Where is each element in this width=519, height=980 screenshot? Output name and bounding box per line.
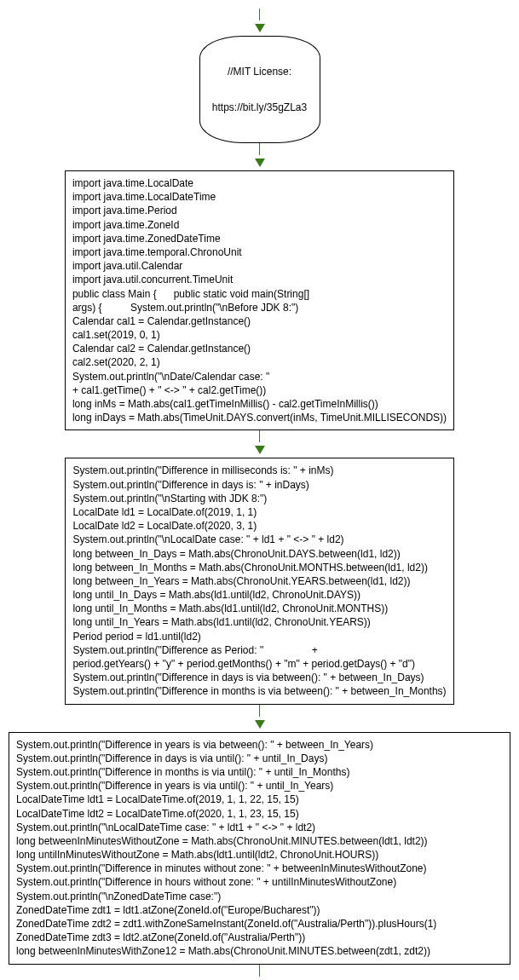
connector-line xyxy=(259,9,260,20)
code-block-1: import java.time.LocalDate import java.t… xyxy=(65,170,454,430)
arrow-down-icon xyxy=(255,446,265,454)
start-node: //MIT License: https://bit.ly/35gZLa3 xyxy=(199,36,320,143)
code-block-2: System.out.println("Difference in millis… xyxy=(65,458,453,704)
code-block-3: System.out.println("Difference in years … xyxy=(9,732,510,965)
start-line-1: //MIT License: xyxy=(209,66,311,78)
arrow-down-icon xyxy=(255,24,265,32)
connector-line xyxy=(259,705,260,717)
arrow-down-icon xyxy=(255,159,265,167)
connector-line xyxy=(259,430,260,442)
flowchart: //MIT License: https://bit.ly/35gZLa3 im… xyxy=(9,9,510,980)
connector-line xyxy=(259,965,260,977)
arrow-down-icon xyxy=(255,720,265,729)
connector-line xyxy=(259,143,260,155)
start-line-2: https://bit.ly/35gZLa3 xyxy=(209,101,311,113)
